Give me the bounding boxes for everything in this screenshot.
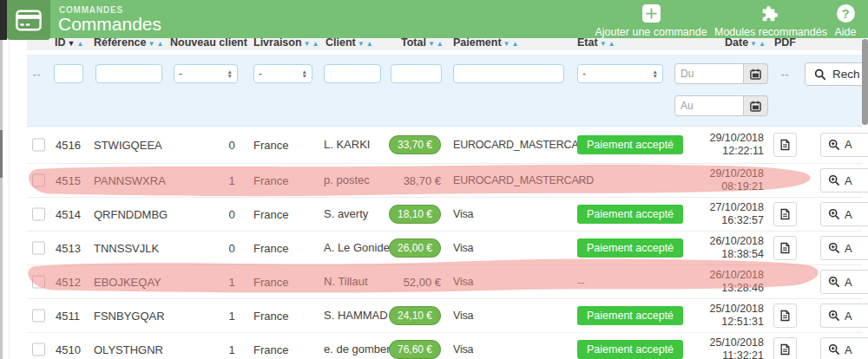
order-status: --	[577, 276, 585, 289]
document-icon	[780, 310, 790, 322]
vertical-scrollbar-thumb[interactable]	[862, 39, 868, 125]
row-checkbox[interactable]	[32, 242, 45, 255]
status-badge: Paiement accepté	[577, 135, 683, 154]
row-checkbox[interactable]	[32, 138, 45, 151]
status-badge: Paiement accepté	[577, 205, 683, 224]
zoom-in-icon	[828, 139, 840, 151]
view-order-button[interactable]: A	[820, 304, 868, 328]
status-badge: Paiement accepté	[577, 340, 683, 359]
row-checkbox[interactable]	[32, 174, 45, 187]
column-header-label: ID	[55, 36, 66, 49]
order-new-client: 0	[219, 242, 245, 255]
total-badge: 33,70 €	[389, 135, 441, 154]
filter-reference-input[interactable]	[95, 64, 162, 83]
puzzle-icon	[714, 4, 823, 23]
filter-client-input[interactable]	[324, 64, 381, 83]
order-date-day: 27/10/2018	[683, 201, 764, 214]
pdf-invoice-button[interactable]	[773, 133, 797, 157]
sort-down-icon[interactable]: ▼	[148, 40, 155, 48]
sort-down-icon[interactable]: ▼	[304, 40, 311, 48]
order-date: 27/10/201816:32:57	[683, 201, 764, 227]
sort-down-icon[interactable]: ▼	[503, 40, 510, 48]
view-order-button[interactable]: A	[820, 270, 868, 294]
order-date-day: 29/10/2018	[683, 132, 764, 145]
help-button[interactable]: ? Aide	[825, 4, 866, 38]
pdf-invoice-button[interactable]	[773, 337, 797, 359]
filter-delivery-select[interactable]: - ▲▼	[253, 64, 312, 83]
order-delivery: France	[253, 310, 288, 323]
plus-icon	[592, 4, 710, 23]
view-order-button[interactable]: A	[820, 168, 868, 193]
order-status: Paiement accepté	[577, 135, 683, 154]
add-order-button[interactable]: Ajouter une commande	[592, 4, 710, 38]
search-button[interactable]: Rech	[805, 62, 868, 86]
filter-date-to-input[interactable]	[674, 95, 744, 116]
row-checkbox[interactable]	[32, 276, 45, 289]
order-date-day: 26/10/2018	[683, 235, 764, 248]
order-id: 4511	[56, 310, 80, 323]
table-row[interactable]: 4511FSNBYGQAR1FranceS. HAMMAD24,10 €Visa…	[27, 299, 862, 333]
order-reference: FSNBYGQAR	[94, 310, 165, 323]
filter-status-value: -	[582, 68, 586, 80]
zoom-in-icon	[828, 343, 840, 356]
sort-up-icon[interactable]: ▲	[512, 40, 519, 48]
status-badge: Paiement accepté	[577, 238, 683, 258]
sort-up-icon[interactable]: ▲	[608, 40, 615, 48]
table-row[interactable]: 4513TNNSSVJLK0FranceA. Le Gonidec26,00 €…	[27, 232, 862, 265]
table-row[interactable]: 4516STWIGQEEA0FranceL. KARKI33,70 €EUROC…	[27, 126, 862, 164]
row-checkbox[interactable]	[32, 343, 45, 356]
view-order-button[interactable]: A	[820, 337, 868, 359]
sort-down-icon[interactable]: ▼	[750, 40, 757, 48]
filter-status-select[interactable]: - ▲▼	[577, 64, 663, 83]
filter-id-input[interactable]	[54, 64, 83, 83]
table-row[interactable]: 4510OLYSTHGNR1Francee. de gombert76,60 €…	[27, 333, 862, 359]
order-date-time: 12:51:31	[683, 316, 764, 329]
order-reference: PANNSWXRA	[94, 174, 166, 187]
column-header-label: État	[577, 36, 598, 49]
sort-down-icon[interactable]: ▼	[68, 39, 76, 48]
sort-up-icon[interactable]: ▲	[366, 40, 373, 48]
table-row[interactable]: 4512EBOJKEQAY1FranceN. Tillaut52,00 €Vis…	[27, 265, 862, 299]
order-total: 26,00 €	[371, 238, 441, 258]
order-payment: EUROCARD_MASTERCARD	[453, 174, 594, 186]
column-header-label: Nouveau client	[170, 36, 247, 49]
table-row[interactable]: 4514QRFNDDMBG0FranceS. averty18,10 €Visa…	[27, 198, 862, 232]
row-checkbox[interactable]	[32, 310, 45, 323]
sort-down-icon[interactable]: ▼	[600, 40, 607, 48]
order-status: Paiement accepté	[577, 238, 683, 258]
order-date-time: 12:22:11	[683, 145, 764, 158]
pdf-invoice-button[interactable]	[773, 304, 797, 328]
filter-date-from-input[interactable]	[674, 63, 744, 84]
recommended-modules-button[interactable]: Modules recommandés	[714, 4, 823, 38]
filter-total-input[interactable]	[391, 64, 442, 83]
document-icon	[780, 242, 790, 254]
pdf-invoice-button[interactable]	[773, 236, 797, 260]
view-order-button[interactable]: A	[820, 133, 868, 157]
pdf-invoice-button[interactable]	[773, 202, 797, 226]
row-checkbox[interactable]	[32, 208, 45, 221]
sort-down-icon[interactable]: ▼	[358, 40, 365, 48]
sort-up-icon[interactable]: ▲	[437, 40, 444, 48]
view-button-label: A	[845, 174, 852, 187]
credit-card-icon	[16, 10, 42, 31]
calendar-icon[interactable]	[744, 63, 768, 84]
calendar-icon[interactable]	[744, 95, 768, 116]
order-id: 4510	[56, 343, 81, 356]
filter-payment-input[interactable]	[453, 64, 564, 83]
sort-down-icon[interactable]: ▼	[428, 40, 435, 48]
table-row[interactable]: 4515PANNSWXRA1Francep. postec38,70 €EURO…	[27, 164, 862, 198]
filter-new-client-select[interactable]: - ▲▼	[174, 64, 238, 83]
table-filter-band: -- - ▲▼ - ▲▼ - ▲▼ --	[27, 55, 862, 127]
order-date: 25/10/201811:32:21	[683, 336, 764, 359]
view-order-button[interactable]: A	[820, 236, 868, 260]
sort-up-icon[interactable]: ▲	[312, 40, 319, 48]
order-payment: Visa	[453, 242, 473, 254]
sort-up-icon[interactable]: ▲	[759, 40, 766, 48]
order-date: 26/10/201813:28:46	[683, 269, 764, 295]
column-header-label: Référence	[94, 36, 146, 49]
view-order-button[interactable]: A	[820, 202, 868, 226]
select-stepper-icon: ▲▼	[227, 69, 233, 78]
sort-up-icon[interactable]: ▲	[76, 40, 83, 48]
sort-up-icon[interactable]: ▲	[156, 40, 163, 48]
order-status: --	[577, 174, 585, 187]
